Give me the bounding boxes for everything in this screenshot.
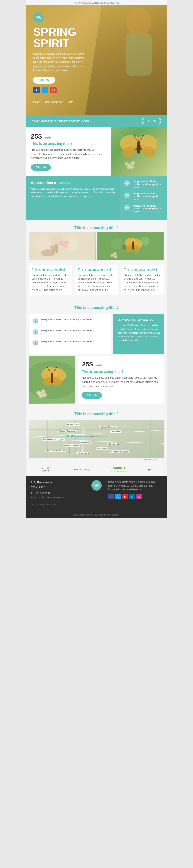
svg-point-86	[35, 344, 36, 346]
product2-image	[29, 356, 76, 404]
svg-point-24	[128, 184, 129, 185]
col-text-2: Hacque adfabilitate confisus eadem postr…	[78, 273, 115, 292]
product2-right: 25$ 30$ This is an amazing title 2 Hacqu…	[78, 356, 164, 404]
svg-point-17	[126, 180, 128, 182]
feature-left: It's More Than a Features Hacque adfabil…	[26, 176, 120, 220]
flower-icon-6	[32, 340, 39, 347]
svg-point-68	[35, 322, 36, 324]
top-bar-link[interactable]: cliquer ici	[110, 1, 119, 4]
nav-contact[interactable]: Contact	[66, 100, 76, 103]
map-label-11: Alfred Pierson Museum	[45, 450, 66, 452]
map-container[interactable]: Musée de cire National Monument Madame T…	[29, 420, 164, 458]
nav-services[interactable]: Services	[53, 100, 63, 103]
map-label-5: CENTRUM	[110, 430, 121, 433]
svg-point-22	[128, 181, 129, 183]
map-label-10: Nieuwmarkt	[96, 447, 108, 450]
hero-image	[85, 5, 167, 115]
footer-instagram-icon[interactable]: ig	[136, 494, 142, 499]
svg-point-63	[113, 252, 117, 255]
svg-point-37	[124, 207, 126, 209]
svg-point-65	[111, 254, 113, 256]
map-label-6: The Amsterdam Dungeon	[42, 438, 65, 441]
logo-arrow: ►	[148, 467, 151, 471]
icon-list-text-3: Hacque adfabilitate confis us ut incogni…	[41, 340, 91, 343]
feature-item-text-2: Hacque adfabilitate confis us ut incogni…	[133, 192, 163, 201]
svg-point-31	[128, 193, 129, 195]
feature-item-1: Hacque adfabilitate confis us ut incogni…	[124, 180, 163, 189]
svg-point-26	[126, 193, 128, 194]
map-label-4: DE WALLEN	[66, 434, 79, 436]
svg-point-84	[35, 342, 36, 344]
footer-facebook-icon[interactable]: f	[108, 494, 114, 499]
map-label-7: Amsterdam	[80, 441, 91, 444]
footer-youtube-icon[interactable]: ▶	[122, 494, 128, 499]
twitter-icon[interactable]: t	[42, 87, 48, 93]
product2-title: This is an amazing title 2	[82, 370, 160, 373]
svg-point-21	[125, 181, 126, 183]
footer-address: 123, First avenue MIAMI 2017	[31, 480, 85, 490]
col-card-1: This is an amazing title 2 Hacque adfabi…	[29, 265, 72, 296]
svg-point-61	[132, 241, 134, 250]
feature-item-2: Hacque adfabilitate confis us ut incogni…	[124, 192, 163, 201]
svg-point-71	[33, 319, 35, 320]
map-pin: 📍	[90, 435, 94, 440]
product2-cta-button[interactable]: Click Me	[82, 392, 102, 399]
feature-item-text-1: Hacque adfabilitate confis us ut incogni…	[133, 180, 163, 189]
svg-point-67	[35, 318, 36, 320]
svg-point-16	[126, 182, 128, 184]
col-card-3: This is an amazing title 2 Hacque adfabi…	[121, 265, 164, 296]
footer-twitter-icon[interactable]: t	[115, 494, 121, 499]
svg-point-102	[47, 367, 49, 368]
teal-banner-button[interactable]: Click Me	[142, 118, 161, 124]
product-cta-button[interactable]: Click Me	[31, 164, 51, 170]
product2-price-old: 30$	[95, 363, 102, 367]
product-right-image	[111, 127, 167, 176]
icon-list-item-3: Hacque adfabilitate confis us ut incogni…	[32, 340, 107, 347]
svg-point-108	[36, 391, 40, 395]
svg-point-40	[128, 206, 129, 207]
footer-left: 123, First avenue MIAMI 2017 PH: +012 34…	[31, 480, 85, 507]
flower-icon-5	[32, 329, 39, 336]
svg-point-83	[36, 333, 38, 334]
feature-title: It's More Than a Features	[31, 181, 115, 185]
svg-point-106	[43, 393, 47, 397]
icon-list-item-1: Hacque adfabilitate confis us ut incogni…	[32, 318, 107, 325]
svg-point-66	[35, 320, 36, 322]
flower-icon-3	[124, 204, 130, 212]
facebook-icon[interactable]: f	[33, 87, 40, 93]
svg-point-75	[35, 331, 36, 333]
googleplus-icon[interactable]: g+	[50, 87, 57, 93]
svg-point-87	[33, 342, 35, 344]
section-4-title: This is an amazing title 2	[26, 406, 167, 418]
svg-point-34	[126, 207, 128, 209]
footer-right: Hacque adfabilitate confisus eadem post …	[108, 480, 162, 499]
svg-point-18	[126, 184, 128, 186]
product-section-2: 25$ 30$ This is an amazing title 2 Hacqu…	[26, 356, 167, 406]
logo-greens: GREENS FOR SOFTWARE	[111, 467, 127, 472]
svg-point-82	[33, 333, 35, 334]
teal-banner-text: Lorem adfabilitate confisus postridie fe…	[32, 119, 89, 123]
svg-point-74	[36, 322, 38, 323]
nav-home[interactable]: Home	[33, 100, 40, 103]
svg-point-79	[36, 331, 38, 333]
product2-price-new: 25$	[82, 361, 93, 368]
footer-social-icons: f t ▶ in ig	[108, 494, 162, 499]
svg-point-51	[63, 244, 68, 248]
col-title-3: This is an amazing title 2	[124, 268, 161, 272]
hero-cta-button[interactable]: Click Me	[33, 76, 55, 84]
map-section: Musée de cire National Monument Madame T…	[26, 418, 167, 463]
footer-logo: VR	[91, 480, 102, 491]
product-price-old: 30$	[45, 135, 51, 139]
footer-linkedin-icon[interactable]: in	[129, 494, 135, 499]
footer-city: MIAMI 2017	[31, 485, 85, 490]
svg-point-70	[36, 320, 38, 322]
svg-point-12	[130, 165, 134, 169]
svg-point-92	[36, 344, 38, 345]
nav-shop[interactable]: Shop	[44, 100, 50, 103]
svg-point-73	[33, 322, 35, 323]
svg-point-19	[124, 182, 126, 184]
section-3-title: This is an amazing title 2	[26, 300, 167, 312]
svg-point-33	[128, 196, 129, 197]
svg-point-77	[35, 333, 36, 335]
unsubscribe-link[interactable]: Cliquer ici si je ne veux plus recevoir …	[72, 514, 121, 516]
